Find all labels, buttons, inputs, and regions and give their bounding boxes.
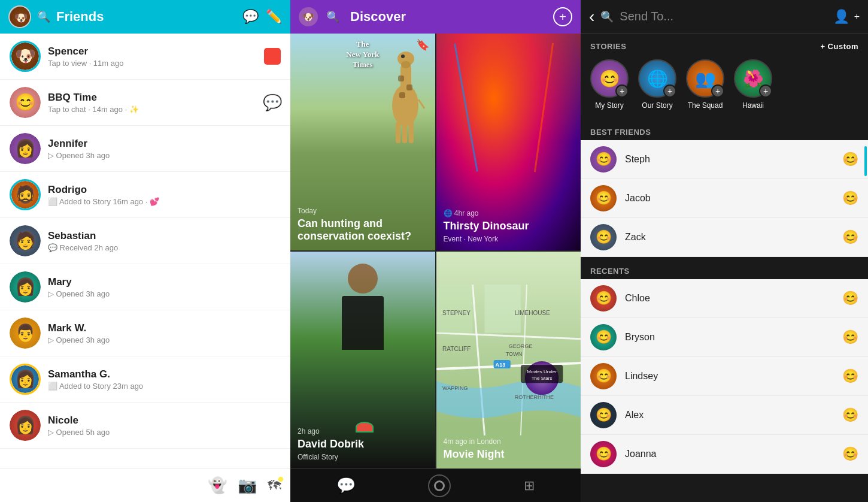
friend-name-rodrigo: Rodrigo (48, 184, 281, 196)
ghost-icon[interactable]: 👻 (208, 476, 227, 495)
story-avatar-thesquad: 👥 + (686, 59, 724, 98)
friend-avatar-samantha: 👩 (10, 364, 41, 395)
contact-avatar-jacob: 😊 (590, 185, 617, 211)
friend-avatar-jennifer: 👩 (10, 133, 41, 164)
contact-item-chloe[interactable]: 😊 Chloe 😊 (581, 279, 868, 318)
friend-name-spencer: Spencer (48, 46, 264, 58)
friend-item-rodrigo[interactable]: 🧔 Rodrigo ⬜ Added to Story 16m ago · 💕 (0, 172, 290, 218)
friend-name-jennifer: Jennifer (48, 138, 281, 150)
contact-emoji-bryson: 😊 (842, 329, 858, 345)
contact-item-bryson[interactable]: 😊 Bryson 😊 (581, 318, 868, 357)
contact-item-joanna[interactable]: 😊 Joanna 😊 (581, 435, 868, 474)
friend-status-rodrigo: ⬜ Added to Story 16m ago · 💕 (48, 197, 281, 206)
discover-card-map-overlay: 4m ago in London Movie Night (436, 252, 581, 468)
story-label-hawaii: Hawaii (742, 101, 764, 110)
discover-card-david[interactable]: 2h ago David Dobrik Official Story (290, 252, 435, 468)
discover-card-concert-label: 🌐 4hr ago (444, 209, 574, 217)
story-add-badge-ourstory: + (663, 84, 676, 98)
contact-item-zack[interactable]: 😊 Zack 😊 (581, 218, 868, 257)
friend-item-sebastian[interactable]: 🧑 Sebastian 💬 Received 2h ago (0, 218, 290, 264)
contact-emoji-chloe: 😊 (842, 291, 858, 306)
story-item-ourstory[interactable]: 🌐 + Our Story (638, 59, 676, 110)
friend-item-bbq[interactable]: 😊 BBQ Time Tap to chat · 14m ago · ✨ 💬 (0, 80, 290, 126)
friend-item-spencer[interactable]: 🐶 Spencer Tap to view · 11m ago (0, 34, 290, 80)
map-icon[interactable]: 🗺 (268, 478, 281, 494)
friend-status-mary: ▷ Opened 3h ago (48, 289, 281, 298)
discover-camera-button[interactable] (428, 474, 451, 497)
best-friends-label: BEST FRIENDS (590, 128, 651, 137)
contact-avatar-bryson: 😊 (590, 324, 617, 350)
friend-avatar-markw: 👨 (10, 317, 41, 349)
best-friends-section-header: BEST FRIENDS (581, 119, 868, 140)
discover-card-david-sub: Official Story (298, 453, 428, 461)
friend-info-mary: Mary ▷ Opened 3h ago (48, 276, 281, 298)
friend-name-bbq: BBQ Time (48, 92, 264, 104)
stories-row: 😊 + My Story 🌐 + Our Story (581, 55, 868, 119)
new-chat-icon[interactable]: 💬 (242, 9, 259, 25)
friend-name-mary: Mary (48, 276, 281, 288)
contact-item-jacob[interactable]: 😊 Jacob 😊 (581, 179, 868, 218)
contact-item-lindsey[interactable]: 😊 Lindsey 😊 (581, 357, 868, 396)
contact-name-steph: Steph (625, 154, 842, 165)
red-snap-badge-spencer[interactable] (264, 48, 281, 65)
sendto-placeholder[interactable]: Send To... (620, 10, 827, 23)
contact-name-bryson: Bryson (625, 332, 842, 343)
friend-name-sebastian: Sebastian (48, 230, 281, 242)
discover-card-concert[interactable]: 🌐 4hr ago Thirsty Dinosaur Event · New Y… (436, 34, 581, 250)
discover-header-avatar: 🐶 (299, 7, 318, 26)
recents-list: 😊 Chloe 😊 😊 Bryson 😊 😊 Lindsey 😊 😊 Alex (581, 279, 868, 474)
blue-chat-badge-bbq[interactable]: 💬 (264, 94, 281, 111)
contact-emoji-lindsey: 😊 (842, 368, 858, 384)
custom-button[interactable]: + Custom (820, 42, 858, 51)
discover-add-button[interactable]: + (553, 7, 572, 26)
friends-header-title: Friends (56, 9, 236, 25)
sendto-body: STORIES + Custom 😊 + My Story 🌐 (581, 34, 868, 502)
friend-status-jennifer: ▷ Opened 3h ago (48, 151, 281, 160)
friend-avatar-mary: 👩 (10, 271, 41, 303)
story-item-mystory[interactable]: 😊 + My Story (590, 59, 629, 110)
camera-icon[interactable]: 📷 (238, 476, 257, 495)
story-item-thesquad[interactable]: 👥 + The Squad (686, 59, 724, 110)
friend-status-nicole: ▷ Opened 5h ago (48, 428, 281, 437)
friend-item-samantha[interactable]: 👩 Samantha G. ⬜ Added to Story 23m ago (0, 356, 290, 403)
story-item-hawaii[interactable]: 🌺 + Hawaii (734, 59, 772, 110)
scroll-indicator (864, 146, 867, 176)
friends-header-icons: 💬 ✏️ (242, 9, 282, 25)
friends-bottom-bar: 👻 📷 🗺 (0, 468, 290, 502)
compose-icon[interactable]: ✏️ (266, 9, 282, 25)
friends-header-avatar[interactable]: 🐶 (8, 5, 31, 28)
contact-item-steph[interactable]: 😊 Steph 😊 (581, 140, 868, 179)
contact-name-jacob: Jacob (625, 193, 842, 204)
discover-card-nyt-label: Today (298, 207, 428, 215)
friend-item-mary[interactable]: 👩 Mary ▷ Opened 3h ago (0, 264, 290, 310)
discover-chat-icon[interactable]: 💬 (336, 476, 356, 495)
sendto-add-user-icon[interactable]: 👤 (833, 9, 849, 25)
friend-item-jennifer[interactable]: 👩 Jennifer ▷ Opened 3h ago (0, 126, 290, 172)
story-add-badge-hawaii: + (759, 84, 772, 98)
discover-grid-icon[interactable]: ⊞ (524, 478, 535, 494)
discover-card-nyt-overlay: Today Can hunting and conservation coexi… (290, 34, 435, 250)
friends-panel: 🐶 🔍 Friends 💬 ✏️ 🐶 Spencer Tap to view ·… (0, 0, 290, 502)
discover-search-icon[interactable]: 🔍 (326, 10, 339, 23)
friends-search-icon[interactable]: 🔍 (37, 10, 50, 23)
friend-item-nicole[interactable]: 👩 Nicole ▷ Opened 5h ago (0, 403, 290, 449)
friend-info-samantha: Samantha G. ⬜ Added to Story 23m ago (48, 368, 281, 391)
sendto-search-icon[interactable]: 🔍 (600, 10, 614, 23)
sendto-back-button[interactable]: ‹ (589, 7, 594, 26)
contact-item-alex[interactable]: 😊 Alex 😊 (581, 396, 868, 435)
friend-action-bbq[interactable]: 💬 (264, 94, 281, 111)
contact-name-zack: Zack (625, 232, 842, 243)
contact-avatar-joanna: 😊 (590, 441, 617, 467)
friend-item-markw[interactable]: 👨 Mark W. ▷ Opened 3h ago (0, 310, 290, 356)
story-label-thesquad: The Squad (688, 101, 723, 110)
friend-status-bbq: Tap to chat · 14m ago · ✨ (48, 105, 264, 114)
discover-card-concert-sub: Event · New York (444, 235, 574, 243)
friend-avatar-nicole: 👩 (10, 410, 41, 441)
friend-action-spencer[interactable] (264, 48, 281, 65)
discover-card-concert-overlay: 🌐 4hr ago Thirsty Dinosaur Event · New Y… (436, 34, 581, 250)
discover-card-map[interactable]: STEPNEY RATCLIFF WAPPING LIMEHOUSE ROTHE… (436, 252, 581, 468)
friend-status-spencer: Tap to view · 11m ago (48, 59, 264, 68)
friend-info-spencer: Spencer Tap to view · 11m ago (48, 46, 264, 68)
contact-emoji-alex: 😊 (842, 407, 858, 423)
discover-card-nyt[interactable]: TheNew YorkTimes 🔖 Today Can hunting and… (290, 34, 435, 250)
